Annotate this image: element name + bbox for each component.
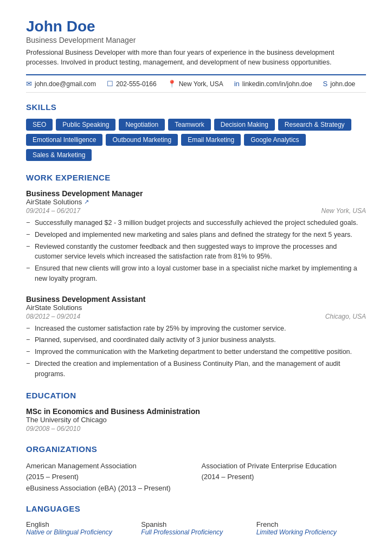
skills-section-title: SKILLS [26,102,366,113]
skill-tag: Outbound Marketing [106,134,178,146]
education-section: EDUCATION MSc in Economics and Business … [26,391,366,433]
skype-icon: S [323,80,328,88]
external-link-icon[interactable]: ↗ [84,198,89,205]
job-entry: Business Development AssistantAirState S… [26,295,366,379]
edu-dates: 09/2008 – 06/2010 [26,425,366,433]
skills-section: SKILLS SEOPublic SpeakingNegotiationTeam… [26,102,366,161]
job-bullet: Ensured that new clients will grow into … [26,263,366,284]
job-location: Chicago, USA [325,313,366,320]
language-level: Native or Bilingual Proficiency [26,528,136,536]
organizations-section-title: ORGANIZATIONS [26,444,366,455]
contact-skype: S john.doe [323,80,356,88]
job-location: New York, USA [322,207,366,215]
skill-tag: Decision Making [214,119,275,131]
email-icon: ✉ [26,80,32,88]
job-bullet: Reviewed constantly the customer feedbac… [26,242,366,262]
language-item: FrenchLimited Working Proficiency [256,520,366,536]
job-bullet: Improved the communication with the Mark… [26,347,366,357]
candidate-summary: Professional Business Developer with mor… [26,48,366,68]
languages-grid: EnglishNative or Bilingual ProficiencySp… [26,520,366,536]
job-title: Business Development Manager [26,189,366,198]
job-company: AirState Solutions [26,304,366,312]
skill-tag: Google Analytics [244,134,305,146]
edu-degree: MSc in Economics and Business Administra… [26,407,366,416]
skills-container: SEOPublic SpeakingNegotiationTeamworkDec… [26,119,366,161]
languages-section: LANGUAGES EnglishNative or Bilingual Pro… [26,504,366,536]
org-name: American Management Association [26,462,137,470]
organization-item: Association of Private Enterprise Educat… [202,461,367,482]
job-bullets: Increased the customer satisfaction rate… [26,324,366,379]
phone-icon: ☐ [107,80,113,88]
language-name: Spanish [141,520,250,528]
location-icon: 📍 [168,80,176,88]
contact-location: 📍 New York, USA [168,80,223,88]
skill-tag: Sales & Marketing [26,149,92,161]
job-bullet: Developed and implemented new marketing … [26,230,366,240]
linkedin-icon: in [234,80,240,88]
candidate-name: John Doe [26,17,366,36]
job-bullet: Planned, supervised, and coordinated dai… [26,335,366,345]
job-meta: 09/2014 – 06/2017New York, USA [26,207,366,215]
org-name: Association of Private Enterprise Educat… [202,462,337,470]
job-bullet: Increased the customer satisfaction rate… [26,324,366,334]
resume-header: John Doe Business Development Manager Pr… [26,17,366,68]
job-bullet: Successfully managed $2 - 3 million budg… [26,218,366,228]
skill-tag: Negotiation [119,119,165,131]
organizations-grid: American Management Association(2015 – P… [26,461,366,482]
contact-email: ✉ john.doe@gmail.com [26,80,96,88]
work-experience-section: WORK EXPERIENCE Business Development Man… [26,173,366,379]
languages-section-title: LANGUAGES [26,504,366,515]
job-meta: 08/2012 – 09/2014Chicago, USA [26,313,366,320]
language-level: Limited Working Proficiency [256,528,366,536]
education-section-title: EDUCATION [26,391,366,402]
language-name: English [26,520,136,528]
education-entry: MSc in Economics and Business Administra… [26,407,366,433]
language-item: SpanishFull Professional Proficiency [141,520,250,536]
job-company: AirState Solutions ↗ [26,198,366,206]
contact-bar: ✉ john.doe@gmail.com ☐ 202-555-0166 📍 Ne… [26,74,366,93]
skill-tag: SEO [26,119,53,131]
organization-item-full: eBusiness Association (eBA) (2013 – Pres… [26,484,366,492]
work-section-title: WORK EXPERIENCE [26,173,366,184]
org-dates: (2014 – Present) [202,473,254,481]
organizations-section: ORGANIZATIONS American Management Associ… [26,444,366,492]
org-dates: (2015 – Present) [26,473,79,481]
skill-tag: Research & Strategy [278,119,351,131]
language-level: Full Professional Proficiency [141,528,250,536]
contact-linkedin[interactable]: in linkedin.com/in/john.doe [234,80,312,88]
job-title: Business Development Assistant [26,295,366,304]
language-name: French [256,520,366,528]
candidate-title: Business Development Manager [26,36,366,44]
job-bullets: Successfully managed $2 - 3 million budg… [26,218,366,284]
job-dates: 08/2012 – 09/2014 [26,313,80,320]
job-entry: Business Development ManagerAirState Sol… [26,189,366,284]
skill-tag: Teamwork [168,119,211,131]
contact-phone: ☐ 202-555-0166 [107,80,157,88]
job-bullet: Directed the creation and implementation… [26,359,366,379]
job-dates: 09/2014 – 06/2017 [26,207,80,215]
skill-tag: Email Marketing [181,134,241,146]
organization-item: American Management Association(2015 – P… [26,461,191,482]
skill-tag: Emotional Intelligence [26,134,102,146]
language-item: EnglishNative or Bilingual Proficiency [26,520,136,536]
skill-tag: Public Speaking [56,119,115,131]
edu-school: The University of Chicago [26,416,366,424]
